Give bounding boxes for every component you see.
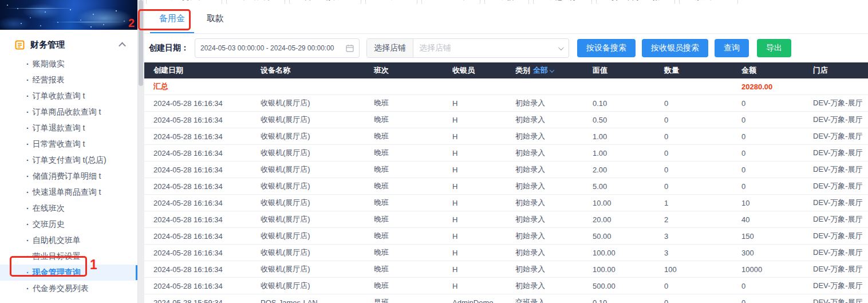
- cell-quantity: 0: [655, 112, 732, 128]
- sidebar-item[interactable]: · 订单收款查询 t: [0, 88, 137, 104]
- sidebar-section-finance-management[interactable]: 财务管理: [0, 33, 137, 56]
- cell-store: DEV-万象-展厅: [804, 162, 868, 178]
- query-button[interactable]: 查询: [715, 39, 749, 57]
- cell-face-value: 50.00: [583, 228, 655, 245]
- session-tab[interactable]: 备用金 ×: [365, 0, 417, 4]
- table-rows: 2024-05-28 16:16:34 收银机(展厅店) 晚班 H 初始录入 0…: [144, 95, 868, 303]
- table-header-row: 创建日期 设备名称 班次 收银员 类别全部 面值 数量 金额 门店: [144, 62, 868, 78]
- close-icon[interactable]: ×: [469, 0, 474, 2]
- session-tab-label: 营业目标设置: [305, 0, 346, 2]
- cell-cashier: H: [443, 178, 506, 195]
- session-tab[interactable]: 营业目标设置 ×: [289, 0, 362, 4]
- table-row: 2024-05-28 16:16:34 收银机(展厅店) 晚班 H 初始录入 1…: [144, 145, 868, 162]
- cell-cashier: H: [443, 95, 506, 112]
- session-tab-label: 在线班次: [242, 0, 269, 2]
- cell-amount: 10: [732, 195, 804, 211]
- category-header-label: 类别: [515, 66, 530, 74]
- session-tab-label: 自助机交班单 t: [161, 0, 207, 2]
- sidebar-item[interactable]: · 账期做实: [0, 56, 137, 72]
- export-button[interactable]: 导出: [757, 39, 791, 57]
- cell-quantity: 0: [655, 162, 732, 178]
- bullet-icon: ·: [26, 220, 29, 229]
- sidebar-item[interactable]: · 现金管理查询: [0, 265, 137, 281]
- table-body: 汇总 20280.00: [144, 78, 868, 95]
- sidebar-scrollbar-thumb[interactable]: [139, 0, 143, 86]
- cell-shift: 晚班: [365, 128, 443, 145]
- cell-create-date: 2024-05-28 16:16:34: [144, 195, 251, 211]
- bullet-icon: ·: [26, 236, 29, 245]
- cell-category: 初始录入: [506, 128, 583, 145]
- date-range-input[interactable]: 2024-05-03 00:00:00 - 2024-05-29 00:00:0…: [195, 38, 360, 58]
- sidebar-item-label: 订单支付查询 t(总店): [33, 155, 106, 166]
- cell-device-name: 收银机(展厅店): [251, 195, 365, 211]
- cell-cashier: H: [443, 228, 506, 245]
- sidebar-item[interactable]: · 快速退单商品查询 t: [0, 184, 137, 200]
- search-by-cashier-button[interactable]: 按收银员搜索: [642, 39, 708, 57]
- sidebar-item[interactable]: · 经营报表: [0, 72, 137, 88]
- cell-device-name: 收银机(展厅店): [251, 245, 365, 261]
- close-icon[interactable]: ×: [665, 0, 669, 2]
- sidebar-item[interactable]: · 自助机交班单: [0, 233, 137, 249]
- cell-quantity: 0: [655, 178, 732, 195]
- cell-amount: 10000: [732, 261, 804, 278]
- cell-face-value: 1.00: [583, 128, 655, 145]
- cell-amount: 0: [732, 128, 804, 145]
- sidebar-section-finance-reports[interactable]: 财务报表: [0, 297, 137, 303]
- cell-store: DEV-万象-展厅: [804, 211, 868, 228]
- close-icon[interactable]: ×: [519, 0, 523, 2]
- close-icon[interactable]: ×: [274, 0, 279, 2]
- close-icon[interactable]: ×: [212, 0, 216, 2]
- tab-petty-cash[interactable]: 备用金: [159, 13, 185, 24]
- banner-streak-decoration: [52, 22, 126, 22]
- close-icon[interactable]: ×: [727, 0, 732, 2]
- sidebar-item[interactable]: · 交班历史: [0, 217, 137, 233]
- cell-category: 初始录入: [506, 195, 583, 211]
- cell-shift: 晚班: [365, 278, 443, 294]
- sidebar-item[interactable]: · 订单退款查询 t: [0, 120, 137, 136]
- session-tab[interactable]: 发起支付 ×: [533, 0, 592, 4]
- sidebar-item[interactable]: · 在线班次: [0, 200, 137, 217]
- sidebar-item-label: 账期做实: [33, 59, 65, 69]
- cell-device-name: 收银机(展厅店): [251, 178, 365, 195]
- sidebar-item[interactable]: · 代金券交易列表: [0, 281, 137, 297]
- session-tab[interactable]: 自助机交班单 t ×: [146, 0, 222, 4]
- cell-device-name: 收银机(展厅店): [251, 278, 365, 294]
- session-tab[interactable]: 系统设置 ×: [679, 0, 738, 4]
- session-tab[interactable]: 货过千商品上报 ×: [596, 0, 676, 4]
- cell-amount: 40: [732, 211, 804, 228]
- sidebar-item[interactable]: · 订单支付查询 t(总店): [0, 152, 137, 168]
- table-row: 2024-05-28 16:16:34 收银机(展厅店) 晚班 H 初始录入 2…: [144, 211, 868, 228]
- col-header-create-date: 创建日期: [144, 62, 251, 78]
- ledger-icon: [15, 40, 25, 50]
- col-header-amount: 金额: [732, 62, 804, 78]
- store-select-input[interactable]: 选择店铺: [413, 39, 558, 57]
- table-row: 2024-05-28 16:16:34 收银机(展厅店) 晚班 H 初始录入 5…: [144, 228, 868, 245]
- session-tab[interactable]: 赠送方式 ×: [421, 0, 480, 4]
- chevron-down-icon[interactable]: [550, 68, 554, 72]
- search-by-device-button[interactable]: 按设备搜索: [577, 39, 636, 57]
- close-icon[interactable]: ×: [351, 0, 356, 2]
- sidebar-item[interactable]: · 订单商品收款查询 t: [0, 104, 137, 120]
- cell-device-name: POS-James-LAN: [251, 294, 365, 303]
- session-tab[interactable]: 在线班次 ×: [226, 0, 285, 4]
- cell-cashier: H: [443, 245, 506, 261]
- chevron-down-icon[interactable]: [558, 39, 569, 57]
- section-label: 财务管理: [30, 40, 65, 50]
- summary-label: 汇总: [144, 78, 251, 95]
- cell-cashier: H: [443, 145, 506, 162]
- table-row: 2024-05-28 16:16:34 收银机(展厅店) 晚班 H 初始录入 1…: [144, 195, 868, 211]
- sidebar-item[interactable]: · 营业目标设置: [0, 249, 137, 265]
- close-icon[interactable]: ×: [581, 0, 586, 2]
- table-row: 2024-05-28 16:16:34 收银机(展厅店) 晚班 H 初始录入 2…: [144, 162, 868, 178]
- sidebar: 财务管理 · 账期做实 · 经营报表: [0, 0, 137, 303]
- close-icon[interactable]: ×: [407, 0, 411, 2]
- sidebar-item[interactable]: · 储值消费订单明细 t: [0, 168, 137, 184]
- session-tab[interactable]: 取款 ×: [484, 0, 530, 4]
- bullet-icon: ·: [26, 284, 29, 293]
- table-row: 2024-05-28 16:16:34 收银机(展厅店) 晚班 H 初始录入 5…: [144, 178, 868, 195]
- sidebar-item[interactable]: · 日常营收查询 t: [0, 136, 137, 152]
- bullet-icon: ·: [26, 140, 29, 149]
- tab-withdrawal[interactable]: 取款: [207, 13, 224, 24]
- category-filter-dropdown[interactable]: 全部: [533, 66, 548, 74]
- cell-face-value: 0.10: [583, 95, 655, 112]
